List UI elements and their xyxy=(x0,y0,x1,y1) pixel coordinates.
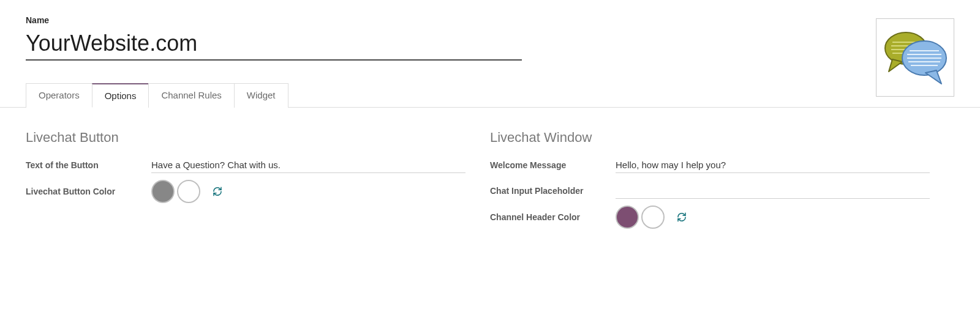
welcome-message-label: Welcome Message xyxy=(490,160,616,170)
header-color-swatches xyxy=(616,206,930,229)
chat-input-placeholder-input[interactable] xyxy=(616,183,930,199)
tab-widget[interactable]: Widget xyxy=(234,83,288,108)
button-color-secondary-swatch[interactable] xyxy=(177,180,200,203)
livechat-settings-page: Name xyxy=(0,0,980,232)
button-color-primary-swatch[interactable] xyxy=(151,180,175,203)
livechat-window-section: Livechat Window Welcome Message Chat Inp… xyxy=(490,130,954,232)
header-row: Name xyxy=(26,15,954,61)
chat-input-placeholder-label: Chat Input Placeholder xyxy=(490,186,616,196)
text-of-button-row: Text of the Button xyxy=(26,154,466,176)
welcome-message-row: Welcome Message xyxy=(490,154,930,176)
button-color-swatches xyxy=(151,180,466,203)
text-of-button-input[interactable] xyxy=(151,157,466,173)
chat-input-placeholder-row: Chat Input Placeholder xyxy=(490,180,930,202)
tab-bar: Operators Options Channel Rules Widget xyxy=(0,83,980,108)
text-of-button-label: Text of the Button xyxy=(26,160,151,170)
section-title-window: Livechat Window xyxy=(490,130,930,146)
button-color-label: Livechat Button Color xyxy=(26,187,151,196)
name-label: Name xyxy=(26,15,522,25)
section-title-button: Livechat Button xyxy=(26,130,466,146)
header-color-label: Channel Header Color xyxy=(490,212,616,222)
header-color-primary-swatch[interactable] xyxy=(616,206,639,229)
tab-channel-rules[interactable]: Channel Rules xyxy=(148,83,234,108)
header-color-secondary-swatch[interactable] xyxy=(641,206,665,229)
header-color-row: Channel Header Color xyxy=(490,206,930,229)
tab-operators[interactable]: Operators xyxy=(26,83,92,108)
tab-options[interactable]: Options xyxy=(92,83,149,108)
options-panel: Livechat Button Text of the Button Livec… xyxy=(26,108,954,232)
channel-image-box[interactable] xyxy=(876,18,954,97)
name-input[interactable] xyxy=(26,29,522,61)
name-field-block: Name xyxy=(26,15,522,61)
refresh-icon[interactable] xyxy=(677,212,687,222)
button-color-row: Livechat Button Color xyxy=(26,180,466,203)
livechat-button-section: Livechat Button Text of the Button Livec… xyxy=(26,130,490,232)
chat-bubble-icon xyxy=(881,26,949,89)
refresh-icon[interactable] xyxy=(213,187,222,196)
welcome-message-input[interactable] xyxy=(616,157,930,173)
